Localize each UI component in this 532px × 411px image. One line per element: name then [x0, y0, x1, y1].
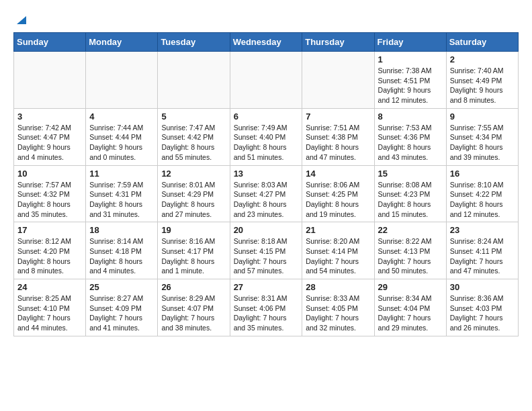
day-number: 14: [306, 169, 370, 179]
day-info: Sunrise: 7:53 AMSunset: 4:36 PMDaylight:…: [378, 123, 443, 163]
calendar-cell: 13Sunrise: 8:03 AMSunset: 4:27 PMDayligh…: [230, 165, 302, 222]
calendar-header-tuesday: Tuesday: [158, 33, 230, 52]
day-info: Sunrise: 8:27 AMSunset: 4:09 PMDaylight:…: [89, 293, 154, 333]
day-info: Sunrise: 8:36 AMSunset: 4:03 PMDaylight:…: [450, 293, 515, 333]
day-info: Sunrise: 7:38 AMSunset: 4:51 PMDaylight:…: [378, 66, 443, 105]
calendar-cell: 30Sunrise: 8:36 AMSunset: 4:03 PMDayligh…: [446, 279, 518, 336]
day-number: 24: [17, 282, 82, 292]
page-header: [13, 13, 519, 26]
day-info: Sunrise: 8:06 AMSunset: 4:25 PMDaylight:…: [306, 180, 370, 220]
day-number: 16: [450, 169, 515, 179]
day-number: 1: [378, 54, 443, 64]
day-info: Sunrise: 7:59 AMSunset: 4:31 PMDaylight:…: [89, 180, 154, 220]
calendar-cell: 15Sunrise: 8:08 AMSunset: 4:23 PMDayligh…: [374, 165, 446, 222]
calendar-cell: 6Sunrise: 7:49 AMSunset: 4:40 PMDaylight…: [230, 108, 302, 165]
calendar-cell: 28Sunrise: 8:33 AMSunset: 4:05 PMDayligh…: [302, 279, 374, 336]
calendar-cell: 8Sunrise: 7:53 AMSunset: 4:36 PMDaylight…: [374, 108, 446, 165]
calendar-header-saturday: Saturday: [446, 33, 518, 52]
day-info: Sunrise: 7:40 AMSunset: 4:49 PMDaylight:…: [450, 66, 515, 105]
calendar-cell: 19Sunrise: 8:16 AMSunset: 4:17 PMDayligh…: [158, 222, 230, 279]
calendar-week-row: 17Sunrise: 8:12 AMSunset: 4:20 PMDayligh…: [14, 222, 519, 279]
day-number: 2: [450, 54, 515, 64]
day-number: 4: [89, 111, 154, 122]
calendar-cell: [230, 52, 302, 109]
day-number: 6: [234, 111, 299, 122]
calendar-cell: 12Sunrise: 8:01 AMSunset: 4:29 PMDayligh…: [158, 165, 230, 222]
calendar-cell: 2Sunrise: 7:40 AMSunset: 4:49 PMDaylight…: [446, 52, 518, 109]
svg-marker-0: [17, 16, 26, 24]
calendar-cell: 20Sunrise: 8:18 AMSunset: 4:15 PMDayligh…: [230, 222, 302, 279]
calendar-header-sunday: Sunday: [14, 33, 86, 52]
day-info: Sunrise: 8:25 AMSunset: 4:10 PMDaylight:…: [17, 293, 82, 333]
calendar-header-row: SundayMondayTuesdayWednesdayThursdayFrid…: [14, 33, 519, 52]
day-info: Sunrise: 8:10 AMSunset: 4:22 PMDaylight:…: [450, 180, 515, 220]
day-info: Sunrise: 7:44 AMSunset: 4:44 PMDaylight:…: [89, 123, 154, 163]
day-number: 17: [17, 225, 82, 235]
calendar-cell: 1Sunrise: 7:38 AMSunset: 4:51 PMDaylight…: [374, 52, 446, 109]
calendar-cell: 22Sunrise: 8:22 AMSunset: 4:13 PMDayligh…: [374, 222, 446, 279]
day-number: 23: [450, 225, 515, 235]
calendar: SundayMondayTuesdayWednesdayThursdayFrid…: [13, 32, 519, 336]
day-info: Sunrise: 8:16 AMSunset: 4:17 PMDaylight:…: [161, 236, 226, 276]
day-number: 29: [378, 282, 443, 292]
day-number: 26: [161, 282, 226, 292]
calendar-week-row: 10Sunrise: 7:57 AMSunset: 4:32 PMDayligh…: [14, 165, 519, 222]
day-info: Sunrise: 7:55 AMSunset: 4:34 PMDaylight:…: [450, 123, 515, 163]
calendar-cell: 11Sunrise: 7:59 AMSunset: 4:31 PMDayligh…: [86, 165, 158, 222]
calendar-cell: 24Sunrise: 8:25 AMSunset: 4:10 PMDayligh…: [14, 279, 86, 336]
day-number: 18: [89, 225, 154, 235]
day-number: 7: [306, 111, 370, 122]
day-info: Sunrise: 8:22 AMSunset: 4:13 PMDaylight:…: [378, 236, 443, 276]
calendar-cell: 4Sunrise: 7:44 AMSunset: 4:44 PMDaylight…: [86, 108, 158, 165]
day-number: 30: [450, 282, 515, 292]
day-info: Sunrise: 8:01 AMSunset: 4:29 PMDaylight:…: [161, 180, 226, 220]
logo: [13, 13, 28, 26]
calendar-cell: 27Sunrise: 8:31 AMSunset: 4:06 PMDayligh…: [230, 279, 302, 336]
day-number: 27: [234, 282, 299, 292]
day-number: 10: [17, 169, 82, 179]
day-info: Sunrise: 8:03 AMSunset: 4:27 PMDaylight:…: [234, 180, 299, 220]
calendar-cell: 29Sunrise: 8:34 AMSunset: 4:04 PMDayligh…: [374, 279, 446, 336]
calendar-cell: [14, 52, 86, 109]
calendar-cell: 18Sunrise: 8:14 AMSunset: 4:18 PMDayligh…: [86, 222, 158, 279]
calendar-cell: 21Sunrise: 8:20 AMSunset: 4:14 PMDayligh…: [302, 222, 374, 279]
calendar-cell: [302, 52, 374, 109]
day-info: Sunrise: 8:33 AMSunset: 4:05 PMDaylight:…: [306, 293, 370, 333]
calendar-cell: 5Sunrise: 7:47 AMSunset: 4:42 PMDaylight…: [158, 108, 230, 165]
calendar-week-row: 1Sunrise: 7:38 AMSunset: 4:51 PMDaylight…: [14, 52, 519, 109]
calendar-header-monday: Monday: [86, 33, 158, 52]
day-info: Sunrise: 8:14 AMSunset: 4:18 PMDaylight:…: [89, 236, 154, 276]
day-number: 11: [89, 169, 154, 179]
day-number: 21: [306, 225, 370, 235]
logo-icon: [15, 13, 28, 26]
calendar-cell: 17Sunrise: 8:12 AMSunset: 4:20 PMDayligh…: [14, 222, 86, 279]
day-info: Sunrise: 7:49 AMSunset: 4:40 PMDaylight:…: [234, 123, 299, 163]
day-info: Sunrise: 8:12 AMSunset: 4:20 PMDaylight:…: [17, 236, 82, 276]
day-info: Sunrise: 8:20 AMSunset: 4:14 PMDaylight:…: [306, 236, 370, 276]
day-number: 3: [17, 111, 82, 122]
day-number: 13: [234, 169, 299, 179]
calendar-week-row: 24Sunrise: 8:25 AMSunset: 4:10 PMDayligh…: [14, 279, 519, 336]
calendar-cell: [158, 52, 230, 109]
day-info: Sunrise: 7:47 AMSunset: 4:42 PMDaylight:…: [161, 123, 226, 163]
calendar-cell: 26Sunrise: 8:29 AMSunset: 4:07 PMDayligh…: [158, 279, 230, 336]
calendar-cell: 7Sunrise: 7:51 AMSunset: 4:38 PMDaylight…: [302, 108, 374, 165]
day-number: 12: [161, 169, 226, 179]
day-info: Sunrise: 8:08 AMSunset: 4:23 PMDaylight:…: [378, 180, 443, 220]
calendar-header-friday: Friday: [374, 33, 446, 52]
day-info: Sunrise: 8:34 AMSunset: 4:04 PMDaylight:…: [378, 293, 443, 333]
day-info: Sunrise: 8:24 AMSunset: 4:11 PMDaylight:…: [450, 236, 515, 276]
day-number: 5: [161, 111, 226, 122]
day-number: 20: [234, 225, 299, 235]
day-info: Sunrise: 7:42 AMSunset: 4:47 PMDaylight:…: [17, 123, 82, 163]
calendar-cell: 3Sunrise: 7:42 AMSunset: 4:47 PMDaylight…: [14, 108, 86, 165]
calendar-header-wednesday: Wednesday: [230, 33, 302, 52]
day-number: 9: [450, 111, 515, 122]
calendar-header-thursday: Thursday: [302, 33, 374, 52]
day-info: Sunrise: 8:18 AMSunset: 4:15 PMDaylight:…: [234, 236, 299, 276]
day-info: Sunrise: 7:57 AMSunset: 4:32 PMDaylight:…: [17, 180, 82, 220]
day-number: 19: [161, 225, 226, 235]
day-info: Sunrise: 8:29 AMSunset: 4:07 PMDaylight:…: [161, 293, 226, 333]
day-number: 8: [378, 111, 443, 122]
calendar-cell: 16Sunrise: 8:10 AMSunset: 4:22 PMDayligh…: [446, 165, 518, 222]
